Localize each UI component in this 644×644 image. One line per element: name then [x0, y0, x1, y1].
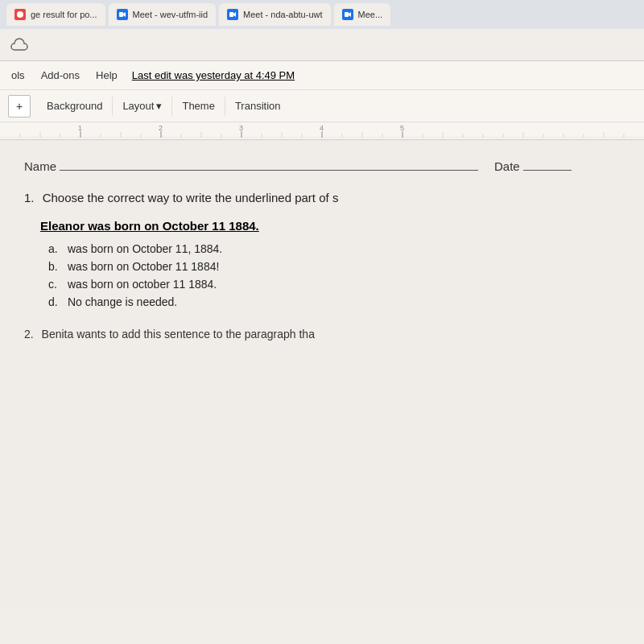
layout-label: Layout: [122, 100, 154, 112]
choice-a-letter: a.: [48, 242, 61, 255]
date-label: Date: [494, 159, 520, 173]
tab-search-result[interactable]: ge result for po...: [6, 3, 105, 26]
choice-d-text: No change is needed.: [68, 295, 177, 308]
svg-rect-5: [345, 12, 349, 17]
slides-toolbar: + Background Layout ▾ Theme Transition: [0, 90, 644, 122]
menu-item-addons[interactable]: Add-ons: [39, 66, 81, 85]
toolbar-separator-3: [225, 97, 225, 116]
tab-favicon-search: [14, 9, 26, 20]
svg-text:5: 5: [400, 124, 404, 132]
name-date-row: Name Date: [24, 156, 620, 173]
choice-a-text: was born on October 11, 1884.: [68, 242, 222, 255]
choice-d[interactable]: d. No change is needed.: [48, 295, 620, 308]
content-area: Name Date 1. Choose the correct way to w…: [0, 140, 644, 607]
question-2-body: Benita wants to add this sentence to the…: [42, 328, 315, 341]
tab-label-meet2: Meet - nda-abtu-uwt: [243, 10, 322, 19]
theme-button[interactable]: Theme: [174, 95, 222, 117]
svg-text:3: 3: [239, 124, 243, 132]
svg-marker-2: [123, 12, 126, 17]
svg-rect-3: [229, 12, 233, 17]
tab-label-meet3: Mee...: [358, 10, 383, 19]
background-button[interactable]: Background: [39, 95, 110, 117]
choice-c-letter: c.: [48, 278, 61, 291]
question-1-block: 1. Choose the correct way to write the u…: [24, 189, 620, 308]
choice-b[interactable]: b. was born on October 11 1884!: [48, 260, 620, 273]
choice-c-text: was born on october 11 1884.: [68, 278, 217, 291]
svg-marker-4: [233, 12, 236, 17]
svg-marker-6: [349, 12, 351, 17]
tab-meet-2[interactable]: Meet - nda-abtu-uwt: [219, 3, 330, 26]
layout-button[interactable]: Layout ▾: [114, 95, 170, 117]
date-input-line[interactable]: [523, 156, 572, 171]
question-2-block: 2. Benita wants to add this sentence to …: [24, 328, 620, 341]
menu-item-tools[interactable]: ols: [10, 66, 27, 85]
browser-toolbar: [0, 29, 644, 61]
choice-d-letter: d.: [48, 295, 61, 308]
ruler: 1 2 3 4 5: [0, 122, 644, 140]
question-1-body: Choose the correct way to write the unde…: [43, 191, 339, 204]
choice-b-letter: b.: [48, 260, 61, 273]
answer-choices-1: a. was born on October 11, 1884. b. was …: [48, 242, 620, 308]
choice-b-text: was born on October 11 1884!: [68, 260, 219, 273]
question-1-number: 1.: [24, 191, 35, 204]
question-1-text: 1. Choose the correct way to write the u…: [24, 189, 620, 208]
question-2-text: 2. Benita wants to add this sentence to …: [24, 328, 620, 341]
tab-meet-1[interactable]: Meet - wev-utfm-iid: [109, 3, 217, 26]
svg-text:2: 2: [159, 124, 163, 132]
choice-c[interactable]: c. was born on october 11 1884.: [48, 278, 620, 291]
toolbar-separator-2: [171, 97, 172, 116]
tab-favicon-meet3: [342, 9, 353, 20]
add-slide-button[interactable]: +: [8, 95, 31, 118]
browser-tab-bar: ge result for po... Meet - wev-utfm-iid …: [0, 0, 644, 29]
svg-text:1: 1: [78, 124, 82, 132]
svg-text:4: 4: [320, 124, 324, 132]
ruler-svg: 1 2 3 4 5: [0, 122, 644, 138]
tab-label-search: ge result for po...: [31, 10, 97, 19]
name-input-line[interactable]: [60, 156, 478, 171]
tab-meet-3[interactable]: Mee...: [334, 3, 391, 26]
svg-point-0: [17, 11, 23, 18]
tab-favicon-meet1: [117, 9, 128, 20]
tab-favicon-meet2: [227, 9, 238, 20]
question-2-number: 2.: [24, 328, 34, 341]
menu-item-help[interactable]: Help: [94, 66, 119, 85]
name-label: Name: [24, 159, 56, 173]
choice-a[interactable]: a. was born on October 11, 1884.: [48, 242, 620, 255]
tab-label-meet1: Meet - wev-utfm-iid: [133, 10, 208, 19]
layout-dropdown-icon: ▾: [156, 100, 162, 112]
last-edit-status: Last edit was yesterday at 4:49 PM: [132, 69, 295, 81]
cloud-icon: [10, 35, 29, 55]
question-1-sentence: Eleanor was born on October 11 1884.: [40, 219, 620, 233]
svg-rect-1: [119, 12, 123, 17]
transition-button[interactable]: Transition: [227, 95, 289, 117]
menu-bar: ols Add-ons Help Last edit was yesterday…: [0, 61, 644, 90]
toolbar-separator-1: [112, 97, 113, 116]
